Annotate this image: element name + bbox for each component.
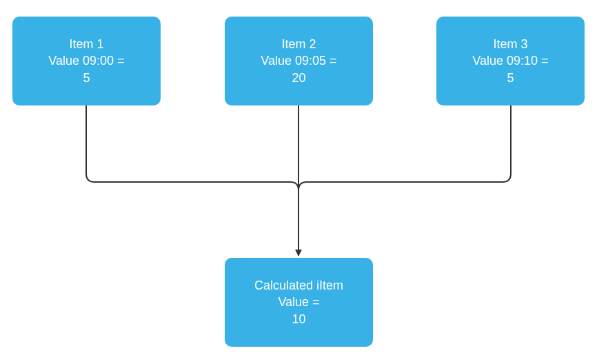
connector-item3 xyxy=(298,105,511,190)
node-line: Item 1 xyxy=(69,36,103,52)
node-line: Item 2 xyxy=(281,36,316,52)
node-result: Calculated iItem Value = 10 xyxy=(225,258,373,347)
node-line: 5 xyxy=(83,70,90,86)
node-item2: Item 2 Value 09:05 = 20 xyxy=(225,17,373,105)
node-line: Value = xyxy=(278,294,319,310)
node-line: Value 09:10 = xyxy=(472,52,548,69)
node-item3: Item 3 Value 09:10 = 5 xyxy=(436,17,585,105)
node-line: Calculated iItem xyxy=(254,277,343,294)
node-line: 20 xyxy=(292,70,305,86)
node-line: Value 09:00 = xyxy=(48,52,124,69)
node-line: Value 09:05 = xyxy=(261,52,336,69)
node-item1: Item 1 Value 09:00 = 5 xyxy=(12,17,161,105)
connector-item1 xyxy=(86,105,298,190)
node-line: 10 xyxy=(292,311,305,327)
node-line: 5 xyxy=(507,70,514,86)
node-line: Item 3 xyxy=(493,36,527,52)
